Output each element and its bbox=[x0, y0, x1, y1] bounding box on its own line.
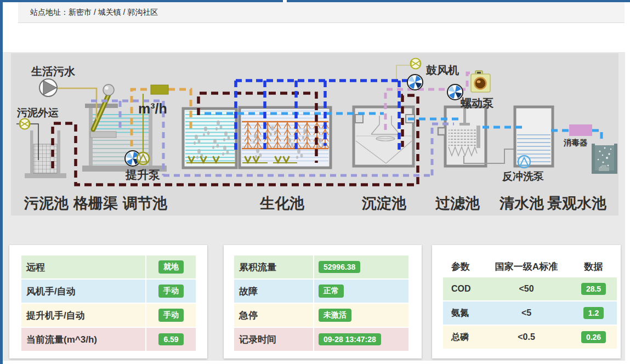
total-flow-badge: 52996.38 bbox=[319, 261, 360, 273]
lift-pump-label: 提升泵 bbox=[125, 168, 160, 181]
current-flow-badge: 6.59 bbox=[158, 333, 183, 345]
tank-label-sedimentation: 沉淀池 bbox=[361, 195, 406, 212]
tank-label-landscape: 景观水池 bbox=[547, 195, 606, 212]
tank-label-filter: 过滤池 bbox=[435, 195, 480, 212]
process-flow-diagram: 生活污水 污泥外运 提升泵 m³/h 鼓风机 螺动泵 反冲洗泵 消毒器 污泥池 … bbox=[11, 53, 618, 215]
site-address-breadcrumb: 站点地址：新密市 / 城关镇 / 郭沟社区 bbox=[18, 8, 158, 18]
estop-status-badge: 未激活 bbox=[319, 309, 351, 322]
biochem-tank-1 bbox=[183, 109, 236, 168]
param-name: 总磷 bbox=[443, 332, 483, 343]
column-header-data: 数据 bbox=[570, 260, 617, 273]
tank-label-regulation: 调节池 bbox=[122, 195, 167, 212]
row-value-cell: 就地 bbox=[145, 255, 196, 278]
sewage-label: 生活污水 bbox=[31, 65, 76, 77]
param-standard: <0.5 bbox=[483, 332, 570, 342]
param-value-cell: 1.2 bbox=[570, 307, 617, 319]
row-label: 提升机手/自动 bbox=[21, 304, 145, 327]
row-value-cell: 正常 bbox=[313, 280, 408, 303]
remote-mode-badge[interactable]: 就地 bbox=[158, 260, 184, 274]
row-label: 记录时间 bbox=[234, 328, 313, 351]
cod-value-badge: 28.5 bbox=[581, 283, 606, 295]
control-panel-card: 远程 就地 风机手/自动 手动 提升机手/自动 手动 当前流量(m^3/h) bbox=[9, 245, 207, 359]
table-row: COD <50 28.5 bbox=[443, 277, 617, 300]
blower-fan-icon bbox=[407, 75, 423, 90]
grit-and-regulation-tank bbox=[82, 84, 167, 172]
param-standard: <50 bbox=[483, 284, 570, 294]
param-value-cell: 0.26 bbox=[570, 331, 617, 343]
tank-label-biochem: 生化池 bbox=[259, 195, 304, 212]
table-row: 远程 就地 bbox=[21, 255, 196, 278]
phosphorus-value-badge: 0.26 bbox=[581, 331, 606, 343]
lift-mode-badge[interactable]: 手动 bbox=[158, 309, 184, 322]
tank-label-sludge: 污泥池 bbox=[24, 195, 69, 212]
sludge-valve-icon bbox=[20, 119, 30, 129]
blower-label: 鼓风机 bbox=[425, 64, 459, 76]
fault-status-badge: 正常 bbox=[319, 285, 344, 298]
status-panel-card: 累积流量 52996.38 故障 正常 急停 未激活 记录时间 bbox=[224, 245, 422, 359]
table-row: 风机手/自动 手动 bbox=[21, 280, 196, 303]
dosing-container bbox=[471, 71, 490, 92]
row-value-cell: 52996.38 bbox=[313, 255, 408, 278]
row-value-cell: 09-28 13:47:28 bbox=[313, 328, 408, 351]
tank-label-grit: 格栅渠 bbox=[73, 195, 118, 212]
backwash-pump-icon bbox=[518, 156, 530, 168]
landscape-pool bbox=[592, 144, 617, 174]
table-row: 当前流量(m^3/h) 6.59 bbox=[21, 328, 196, 351]
ammonia-value-badge: 1.2 bbox=[583, 307, 604, 319]
fan-mode-badge[interactable]: 手动 bbox=[158, 285, 184, 298]
row-label: 当前流量(m^3/h) bbox=[21, 328, 145, 351]
param-name: 氨氮 bbox=[443, 308, 483, 319]
row-value-cell: 手动 bbox=[145, 280, 196, 303]
table-row: 总磷 <0.5 0.26 bbox=[443, 326, 617, 349]
row-label: 累积流量 bbox=[234, 255, 313, 278]
param-value-cell: 28.5 bbox=[570, 283, 617, 295]
table-row: 提升机手/自动 手动 bbox=[21, 304, 196, 327]
quality-header-row: 参数 国家一级A标准 数据 bbox=[443, 255, 617, 277]
sewage-pump-icon bbox=[39, 79, 57, 96]
filter-tank bbox=[438, 107, 517, 166]
column-header-standard: 国家一级A标准 bbox=[483, 260, 570, 273]
row-value-cell: 未激活 bbox=[313, 304, 408, 327]
scada-dashboard: 站点地址：新密市 / 城关镇 / 郭沟社区 bbox=[0, 0, 630, 364]
row-value-cell: 6.59 bbox=[145, 328, 196, 351]
peristaltic-pump-label: 螺动泵 bbox=[460, 97, 494, 109]
table-row: 记录时间 09-28 13:47:28 bbox=[234, 328, 408, 351]
table-row: 故障 正常 bbox=[234, 280, 408, 303]
row-label: 故障 bbox=[234, 280, 313, 303]
quality-panel-card: 参数 国家一级A标准 数据 COD <50 28.5 氨氮 <5 1.2 总磷 bbox=[432, 245, 621, 359]
table-row: 氨氮 <5 1.2 bbox=[443, 302, 617, 325]
flow-unit-label: m³/h bbox=[138, 101, 167, 116]
param-name: COD bbox=[443, 284, 483, 294]
sludge-out-label: 污泥外运 bbox=[16, 107, 59, 118]
record-time-badge: 09-28 13:47:28 bbox=[319, 333, 381, 345]
flow-meter bbox=[151, 85, 168, 94]
row-label: 远程 bbox=[21, 255, 145, 278]
disinfector-label: 消毒器 bbox=[563, 138, 588, 147]
column-header-param: 参数 bbox=[443, 260, 483, 273]
table-row: 急停 未激活 bbox=[234, 304, 408, 327]
backwash-pump-label: 反冲洗泵 bbox=[502, 170, 544, 182]
row-value-cell: 手动 bbox=[145, 304, 196, 327]
row-label: 风机手/自动 bbox=[21, 280, 145, 303]
disinfector-box bbox=[569, 124, 592, 136]
process-flow-panel: 生活污水 污泥外运 提升泵 m³/h 鼓风机 螺动泵 反冲洗泵 消毒器 污泥池 … bbox=[11, 53, 618, 215]
table-row: 累积流量 52996.38 bbox=[234, 255, 408, 278]
blower-valve-icon bbox=[411, 59, 421, 69]
site-address-header: 站点地址：新密市 / 城关镇 / 郭沟社区 bbox=[18, 2, 625, 23]
sludge-tank bbox=[25, 130, 66, 178]
row-label: 急停 bbox=[234, 304, 313, 327]
lift-pump-icon bbox=[137, 152, 149, 164]
tank-label-clearwater: 清水池 bbox=[499, 195, 544, 212]
param-standard: <5 bbox=[483, 308, 570, 318]
